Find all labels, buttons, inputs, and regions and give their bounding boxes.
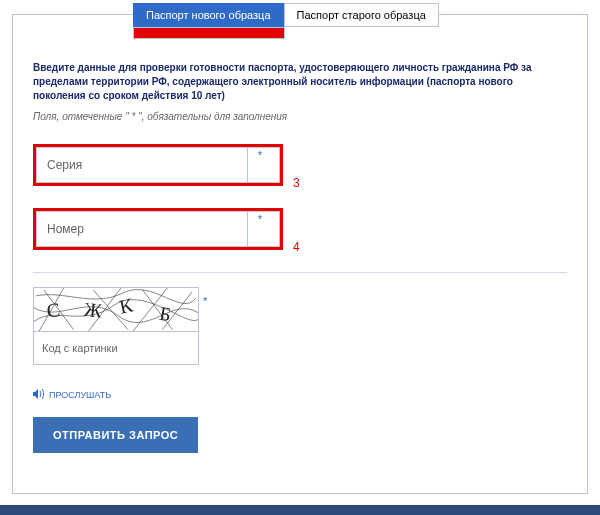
svg-text:Б: Б — [158, 302, 173, 326]
captcha-box: С Ж К Б — [33, 287, 199, 365]
annotation-marker-3: 3 — [293, 176, 300, 190]
intro-text: Введите данные для проверки готовности п… — [33, 61, 567, 103]
field-row-number: * 4 — [33, 208, 567, 250]
field-row-series: * 3 — [33, 144, 567, 186]
svg-text:К: К — [117, 293, 135, 317]
captcha-image: С Ж К Б — [34, 288, 198, 332]
required-star-icon: * — [258, 213, 262, 225]
submit-button[interactable]: ОТПРАВИТЬ ЗАПРОС — [33, 417, 198, 453]
input-divider — [247, 147, 248, 183]
footer-bar — [0, 505, 600, 515]
tab-active-underline — [133, 27, 285, 39]
tabs: Паспорт нового образца Паспорт старого о… — [133, 3, 439, 27]
form-frame: Паспорт нового образца Паспорт старого о… — [12, 14, 588, 494]
annotation-marker-4: 4 — [293, 240, 300, 254]
number-input[interactable] — [36, 211, 280, 247]
fields-block: * 3 * 4 — [33, 144, 567, 250]
svg-text:С: С — [45, 298, 61, 322]
listen-label: ПРОСЛУШАТЬ — [49, 390, 111, 400]
captcha-noise-icon: С Ж К Б — [34, 288, 198, 331]
sound-icon — [33, 389, 45, 401]
number-highlight: * — [33, 208, 283, 250]
required-star-icon: * — [258, 149, 262, 161]
tab-old-passport[interactable]: Паспорт старого образца — [284, 3, 439, 27]
separator — [33, 272, 567, 273]
series-input[interactable] — [36, 147, 280, 183]
tab-new-passport[interactable]: Паспорт нового образца — [133, 3, 284, 27]
input-divider — [247, 211, 248, 247]
svg-text:Ж: Ж — [83, 298, 103, 322]
captcha-input[interactable] — [34, 332, 198, 364]
content: Введите данные для проверки готовности п… — [13, 15, 587, 467]
listen-captcha-link[interactable]: ПРОСЛУШАТЬ — [33, 389, 567, 401]
required-star-icon: * — [203, 295, 207, 307]
required-hint: Поля, отмеченные " * ", обязательны для … — [33, 111, 567, 122]
series-highlight: * — [33, 144, 283, 186]
